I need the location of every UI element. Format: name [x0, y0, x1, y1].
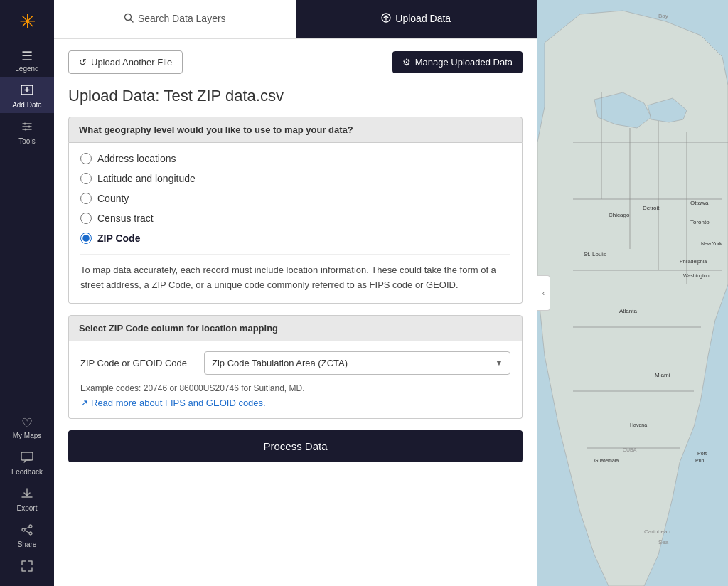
svg-text:Detroit: Detroit	[643, 205, 660, 211]
svg-point-3	[24, 123, 26, 125]
process-data-button[interactable]: Process Data	[68, 430, 523, 462]
fips-geoid-link[interactable]: ↗ Read more about FIPS and GEOID codes.	[80, 398, 510, 408]
location-row: ZIP Code or GEOID Code Zip Code Tabulati…	[80, 351, 510, 375]
upload-another-icon: ↺	[79, 57, 87, 68]
radio-address-input[interactable]	[80, 153, 92, 164]
radio-county[interactable]: County	[80, 193, 510, 204]
svg-line-11	[25, 531, 29, 533]
tab-upload-data[interactable]: Upload Data	[296, 0, 537, 38]
search-tab-icon	[124, 13, 134, 25]
sidebar-item-expand[interactable]	[0, 553, 54, 579]
content-area: ↺ Upload Another File ⚙ Manage Uploaded …	[54, 39, 537, 586]
radio-census-label[interactable]: Census tract	[97, 213, 154, 224]
geography-section-header: What geography level would you like to u…	[68, 117, 523, 143]
svg-text:Guatemala: Guatemala	[594, 458, 619, 463]
sidebar-item-my-maps[interactable]: ♡ My Maps	[0, 410, 54, 444]
example-text: Example codes: 20746 or 86000US20746 for…	[80, 383, 510, 393]
info-text: To map data accurately, each record must…	[80, 254, 510, 293]
page-title: Upload Data: Test ZIP data.csv	[68, 87, 523, 105]
sidebar-item-feedback[interactable]: Feedback	[0, 444, 54, 480]
sidebar-item-add-data[interactable]: Add Data	[0, 77, 54, 113]
sidebar: ✳ ☰ Legend Add Data Tools ♡ M	[0, 0, 54, 586]
sidebar-item-legend[interactable]: ☰ Legend	[0, 43, 54, 77]
radio-census-tract[interactable]: Census tract	[80, 213, 510, 224]
sidebar-label-feedback: Feedback	[11, 468, 43, 476]
upload-tab-label: Upload Data	[395, 13, 451, 24]
feedback-icon	[21, 451, 33, 466]
sidebar-label-tools: Tools	[18, 137, 35, 145]
svg-point-5	[25, 129, 27, 131]
upload-tab-icon	[381, 13, 391, 25]
sidebar-label-share: Share	[18, 540, 37, 548]
svg-text:Caribbean: Caribbean	[644, 528, 670, 535]
svg-text:Atlanta: Atlanta	[619, 308, 637, 314]
geography-section-body: Address locations Latitude and longitude…	[68, 143, 523, 304]
svg-text:CUBA: CUBA	[623, 447, 637, 452]
share-icon	[21, 523, 33, 538]
svg-point-9	[29, 532, 32, 535]
location-section-header: Select ZIP Code column for location mapp…	[68, 315, 523, 341]
sidebar-label-my-maps: My Maps	[13, 432, 42, 440]
tab-search-data-layers[interactable]: Search Data Layers	[54, 0, 296, 38]
svg-text:Miami: Miami	[655, 372, 670, 378]
add-data-icon	[21, 84, 33, 99]
radio-zip-code[interactable]: ZIP Code	[80, 233, 510, 244]
svg-text:Chicago: Chicago	[609, 212, 630, 218]
fips-link-label: Read more about FIPS and GEOID codes.	[91, 398, 266, 408]
sidebar-label-add-data: Add Data	[12, 101, 42, 109]
svg-text:Prin...: Prin...	[695, 458, 708, 463]
map-area: ‹ Chicago Detroit Ottawa Toronto New Yor…	[537, 0, 728, 586]
svg-text:Sea: Sea	[658, 539, 669, 545]
radio-census-input[interactable]	[80, 213, 92, 224]
collapse-icon: ‹	[542, 289, 545, 297]
manage-uploaded-data-button[interactable]: ⚙ Manage Uploaded Data	[392, 51, 523, 73]
upload-another-button[interactable]: ↺ Upload Another File	[68, 50, 183, 74]
map-collapse-button[interactable]: ‹	[537, 275, 550, 311]
svg-text:Washington: Washington	[683, 273, 710, 279]
radio-latlng-input[interactable]	[80, 173, 92, 184]
my-maps-icon: ♡	[21, 417, 33, 430]
radio-zip-label[interactable]: ZIP Code	[97, 233, 140, 244]
svg-text:New York: New York	[701, 241, 722, 246]
radio-latlng-label[interactable]: Latitude and longitude	[97, 173, 196, 184]
svg-text:Ottawa: Ottawa	[690, 200, 709, 206]
svg-text:Toronto: Toronto	[690, 219, 710, 225]
svg-text:Havana: Havana	[630, 422, 647, 427]
page-title-static: Upload Data:	[68, 87, 159, 105]
svg-text:St. Louis: St. Louis	[584, 251, 606, 257]
page-title-filename: Test ZIP data.csv	[164, 87, 284, 105]
sidebar-label-export: Export	[17, 504, 38, 512]
upload-another-label: Upload Another File	[91, 57, 172, 68]
radio-lat-lng[interactable]: Latitude and longitude	[80, 173, 510, 184]
external-link-icon: ↗	[80, 398, 88, 408]
svg-point-7	[29, 525, 32, 528]
action-row: ↺ Upload Another File ⚙ Manage Uploaded …	[68, 50, 523, 74]
sidebar-item-export[interactable]: Export	[0, 480, 54, 516]
radio-county-input[interactable]	[80, 193, 92, 204]
svg-rect-6	[21, 452, 33, 460]
svg-text:Bay: Bay	[658, 13, 668, 19]
radio-address-locations[interactable]: Address locations	[80, 153, 510, 164]
svg-point-8	[22, 528, 25, 531]
svg-point-4	[28, 126, 31, 128]
map-svg: Chicago Detroit Ottawa Toronto New York …	[537, 0, 728, 586]
sidebar-item-tools[interactable]: Tools	[0, 113, 54, 149]
geoid-select-wrapper: Zip Code Tabulation Area (ZCTA) ZIP Code…	[204, 351, 510, 375]
location-field-label: ZIP Code or GEOID Code	[80, 358, 194, 368]
location-section-body: ZIP Code or GEOID Code Zip Code Tabulati…	[68, 341, 523, 419]
main-panel: Search Data Layers Upload Data ↺ Upload …	[54, 0, 537, 586]
sidebar-item-share[interactable]: Share	[0, 516, 54, 553]
legend-icon: ☰	[21, 50, 33, 63]
manage-label: Manage Uploaded Data	[415, 57, 513, 68]
export-icon	[21, 487, 33, 502]
geoid-select[interactable]: Zip Code Tabulation Area (ZCTA) ZIP Code…	[204, 351, 510, 375]
svg-line-13	[130, 19, 133, 22]
tab-bar: Search Data Layers Upload Data	[54, 0, 537, 39]
svg-text:Philadelphia: Philadelphia	[680, 259, 707, 265]
sidebar-bottom: ♡ My Maps Feedback Export	[0, 410, 54, 586]
manage-icon: ⚙	[402, 57, 411, 68]
radio-zip-input[interactable]	[80, 233, 92, 244]
radio-county-label[interactable]: County	[97, 193, 129, 204]
radio-address-label[interactable]: Address locations	[97, 153, 176, 164]
logo-icon: ✳	[19, 10, 36, 33]
